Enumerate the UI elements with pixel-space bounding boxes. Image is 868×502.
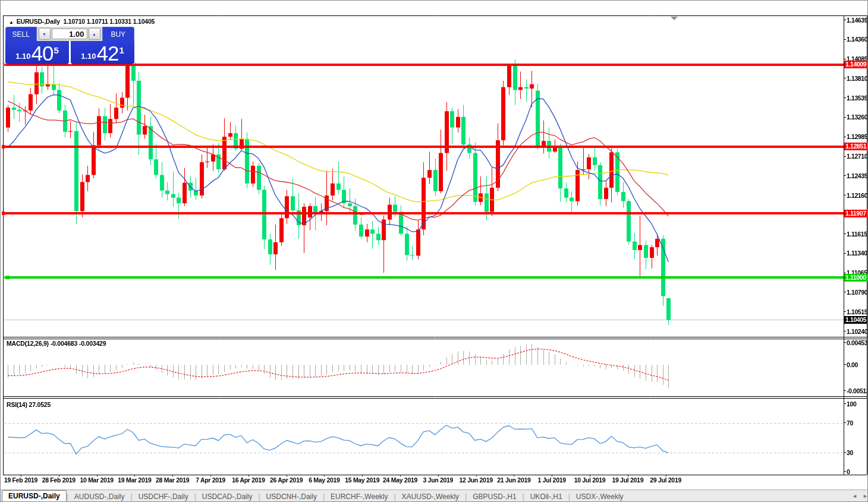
date-axis-label: 7 Apr 2019 [196,476,225,484]
date-axis-label: 19 Feb 2019 [4,476,37,484]
date-axis-label: 6 May 2019 [309,476,339,484]
price-axis-tick: 1.14360 [847,36,868,43]
price-axis-tick: 1.11615 [847,231,868,238]
date-axis-label: 21 Jun 2019 [497,476,530,484]
chart-ohlc-values: 1.10710 1.10711 1.10331 1.10405 [63,18,155,25]
date-axis-label: 26 Apr 2019 [270,476,303,484]
date-axis-label: 10 Mar 2019 [80,476,113,484]
volume-spinner: ▼ ▲ [37,27,102,41]
rsi-axis-tick: 100 [847,400,868,408]
price-axis-tick: 1.12710 [847,153,868,160]
collapse-panel-icon[interactable]: ▲ [9,20,14,25]
volume-decrease-button[interactable]: ▼ [39,28,51,40]
sell-price-display[interactable]: 1.10405 [5,41,69,64]
date-axis-label: 15 May 2019 [345,476,379,484]
main-chart-pane[interactable] [4,16,844,337]
price-axis-tick: 1.10790 [847,289,868,296]
rsi-axis-tick: 70 [847,419,868,427]
date-axis-label: 24 May 2019 [383,476,417,484]
price-line-tag: 1.12851 [844,143,868,150]
chart-tab-gbpusd-h1[interactable]: GBPUSD-,H1 [467,491,522,502]
date-axis-label: 12 Jun 2019 [459,476,492,484]
chart-tab-usdchf-daily[interactable]: USDCHF-,Daily [133,491,194,502]
macd-indicator-label: MACD(12,26,9) -0.004683 -0.003429 [7,340,106,347]
chart-tab-usdx-weekly[interactable]: USDX-,Weekly [570,491,630,502]
chart-tab-xauusd-weekly[interactable]: XAUUSD-,Weekly [396,491,465,502]
bid-price-tag: 1.10405 [844,316,868,324]
macd-axis-tick: 0.004532 [847,339,868,346]
price-line-tag: 1.14009 [844,61,868,68]
buy-price-big: 42 [97,43,119,64]
macd-pane[interactable] [4,339,844,396]
buy-price-display[interactable]: 1.10421 [71,41,134,64]
date-axis-label: 29 Jul 2019 [650,476,681,484]
sell-price-pip: 5 [54,45,58,55]
rsi-pane[interactable] [4,399,844,475]
sell-price-big: 40 [32,43,54,64]
buy-price-pip: 1 [119,45,124,55]
chart-tab-ukoil-h1[interactable]: UKOil-,H1 [524,491,568,502]
price-axis-tick: 1.12160 [847,192,868,199]
date-axis-label: 3 Jun 2019 [423,476,453,484]
chart-title: ▲EURUSD-,Daily 1.10710 1.10711 1.10331 1… [9,18,155,25]
date-axis-label: 1 Jul 2019 [538,476,566,484]
date-axis-label: 28 Feb 2019 [42,476,76,484]
rsi-axis-tick: 30 [847,449,868,456]
volume-increase-button[interactable]: ▲ [89,28,100,40]
sell-price-prefix: 1.10 [15,52,30,61]
price-axis-tick: 1.10240 [847,328,868,335]
price-axis-tick: 1.13810 [847,75,868,82]
buy-button[interactable]: BUY [102,27,134,41]
trading-terminal-window: H4D1W1MN ▲EURUSD-,Daily 1.10710 1.10711 … [0,0,868,502]
price-line-tag: 1.11907 [844,210,868,217]
price-axis-tick: 1.12435 [847,172,868,179]
one-click-trading-panel: SELL ▼ ▲ BUY 1.10405 1.10421 [5,27,134,64]
price-axis-tick: 1.13535 [847,94,868,102]
date-axis-label: 28 Mar 2019 [156,476,189,484]
buy-price-prefix: 1.10 [81,52,96,61]
chart-tab-usdcnh-daily[interactable]: USDCNH-,Daily [260,491,323,502]
tab-scroll-right-icon[interactable]: ► [863,493,868,499]
volume-input[interactable] [52,29,87,39]
date-axis-label: 19 Mar 2019 [118,476,151,484]
price-axis-tick: 1.11340 [847,250,868,257]
chart-tab-audusd-daily[interactable]: AUDUSD-,Daily [68,491,131,502]
price-axis-tick: 1.13260 [847,113,868,121]
rsi-indicator-label: RSI(14) 27.0525 [7,401,51,408]
chart-symbol-label: EURUSD-,Daily [17,18,60,25]
rsi-axis-tick: 0 [847,468,868,475]
date-axis-label: 10 Jul 2019 [574,476,606,484]
macd-axis-tick: 0.00 [847,361,868,368]
date-axis-label: 16 Apr 2019 [232,476,265,484]
chart-tab-bar: EURUSD-,Daily|AUDUSD-,Daily|USDCHF-,Dail… [1,490,867,502]
tab-scroll-left-icon[interactable]: ◄ [852,493,857,499]
chart-tab-eurchf-weekly[interactable]: EURCHF-,Weekly [325,491,394,502]
chart-tab-usdcad-daily[interactable]: USDCAD-,Daily [196,491,259,502]
price-axis-tick: 1.10515 [847,308,868,315]
chart-tab-eurusd-daily[interactable]: EURUSD-,Daily [2,490,67,502]
price-axis-tick: 1.14635 [847,17,868,24]
price-line-tag: 1.11000 [844,274,868,282]
price-axis-tick: 1.12985 [847,133,868,140]
sell-button[interactable]: SELL [5,27,37,41]
macd-axis-tick: -0.005122 [847,387,868,394]
date-axis-label: 19 Jul 2019 [612,476,643,484]
